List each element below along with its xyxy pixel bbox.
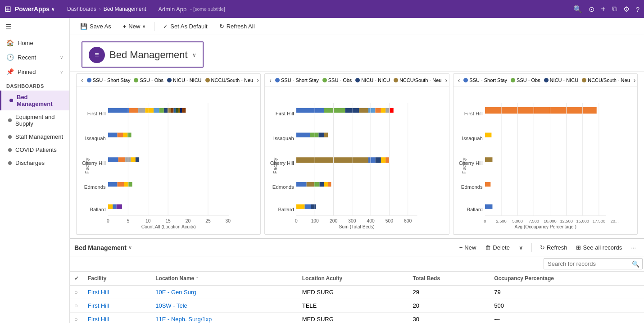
svg-rect-26 [136, 157, 139, 162]
search-icon[interactable]: 🔍 [573, 5, 582, 14]
svg-text:Edmonds: Edmonds [84, 184, 106, 190]
waffle-menu-icon[interactable]: ⊞ [5, 4, 11, 14]
col-location-name[interactable]: Location Name ↑ [151, 272, 298, 286]
table-delete-label: Delete [493, 244, 510, 251]
col-facility[interactable]: Facility [83, 272, 151, 286]
table-refresh-icon: ↻ [540, 244, 545, 251]
sidebar-item-covid-patients[interactable]: COVID Patients [0, 143, 69, 156]
activity-icon[interactable]: ⊙ [589, 5, 594, 14]
header-icon-symbol: ≡ [95, 51, 99, 59]
svg-text:500: 500 [385, 218, 393, 223]
chart-3-nav-right[interactable]: › [634, 77, 636, 84]
chart-2-nav-right[interactable]: › [445, 77, 447, 84]
chart-3-nav-left[interactable]: ‹ [458, 77, 460, 84]
filter-icon[interactable]: ⧉ [612, 5, 617, 13]
svg-rect-3 [129, 108, 138, 113]
row-3-facility[interactable]: First Hill [83, 313, 151, 323]
set-default-button[interactable]: ✓ Set As Default [158, 21, 212, 32]
svg-rect-52 [296, 108, 324, 113]
sidebar-item-discharges[interactable]: Discharges [0, 156, 69, 169]
svg-text:5,000: 5,000 [512, 219, 522, 223]
svg-rect-100 [485, 107, 597, 114]
legend-label-3-nicu: NICU - NICU [550, 77, 579, 83]
legend-dot-ssu-obs [134, 78, 138, 82]
row-2-check[interactable]: ○ [70, 299, 83, 313]
sidebar-item-pinned[interactable]: 📌 Pinned ∨ [0, 64, 69, 79]
recent-icon: 🕐 [6, 54, 14, 61]
sidebar-item-bed-management[interactable]: Bed Management [0, 91, 69, 110]
table-search-area: 🔍 [70, 256, 644, 272]
new-button[interactable]: + New ∨ [118, 21, 151, 32]
sidebar-collapse-button[interactable]: ☰ [0, 18, 69, 36]
svg-rect-55 [359, 108, 369, 113]
sidebar-item-bed-management-label: Bed Management [17, 94, 63, 107]
legend-item-nicu: NICU - NICU [167, 77, 202, 83]
svg-rect-106 [485, 182, 490, 187]
legend-dot-3-nccu [582, 78, 586, 82]
chart-3-body: Facility First Hill Issaquah Cherry Hill… [454, 87, 637, 234]
sidebar-item-equipment-supply[interactable]: Equipment and Supply [0, 110, 69, 130]
svg-text:Issaquah: Issaquah [273, 136, 294, 141]
records-table: ✓ Facility Location Name ↑ Location Acui… [70, 272, 644, 323]
table-more-button[interactable]: ··· [627, 242, 639, 253]
main-toolbar: 💾 Save As + New ∨ ✓ Set As Default ↻ Ref… [70, 18, 644, 35]
add-icon[interactable]: + [601, 5, 606, 14]
col-occupancy-pct[interactable]: Occupancy Percentage [490, 272, 644, 286]
legend-label-nicu: NICU - NICU [173, 77, 202, 83]
row-3-check[interactable]: ○ [70, 313, 83, 323]
sidebar-item-home[interactable]: 🏠 Home [0, 36, 69, 50]
table-refresh-button[interactable]: ↻ Refresh [536, 242, 571, 253]
row-1-location[interactable]: 10E - Gen Surg [151, 286, 298, 299]
svg-rect-70 [381, 157, 385, 163]
legend-dot-3-ssu-short [463, 78, 468, 82]
row-1-occupancy: 79 [490, 286, 644, 299]
legend-label-2-ssu-obs: SSU - Obs [328, 77, 352, 83]
table-chevron-button[interactable]: ∨ [515, 242, 527, 253]
svg-rect-67 [296, 157, 368, 163]
svg-text:15: 15 [165, 218, 171, 223]
charts-section: ‹ SSU - Short Stay SSU - Obs NICU - NICU [70, 72, 644, 238]
sidebar-item-staff-management[interactable]: Staff Management [0, 130, 69, 143]
powerapps-chevron-icon[interactable]: ∨ [51, 7, 54, 12]
row-1-check[interactable]: ○ [70, 286, 83, 299]
svg-rect-8 [164, 108, 168, 113]
chart-2-nav-left[interactable]: ‹ [269, 77, 272, 84]
save-as-button[interactable]: 💾 Save As [75, 21, 116, 32]
col-total-beds[interactable]: Total Beds [408, 272, 490, 286]
sidebar-item-covid-patients-label: COVID Patients [15, 146, 57, 153]
chart-panel-1: ‹ SSU - Short Stay SSU - Obs NICU - NICU [76, 73, 261, 235]
svg-rect-108 [485, 205, 493, 209]
svg-rect-78 [328, 182, 331, 187]
breadcrumb-dashboards[interactable]: Dashboards [67, 6, 96, 12]
table-title-chevron-icon[interactable]: ∨ [128, 245, 132, 250]
chart-1-svg: Facility First Hill [80, 90, 257, 232]
svg-rect-71 [386, 157, 390, 163]
row-1-facility[interactable]: First Hill [83, 286, 151, 299]
row-2-facility[interactable]: First Hill [83, 299, 151, 313]
table-delete-button[interactable]: 🗑 Delete [481, 242, 513, 253]
svg-text:10: 10 [145, 218, 151, 223]
chart-1-nav-right[interactable]: › [257, 77, 259, 84]
chart-1-nav-left[interactable]: ‹ [81, 77, 83, 84]
bed-management-dot [9, 99, 13, 102]
row-2-location[interactable]: 10SW - Tele [151, 299, 298, 313]
refresh-all-button[interactable]: ↻ Refresh All [214, 21, 260, 32]
help-icon[interactable]: ? [636, 5, 639, 13]
table-section-title: Bed Management [74, 244, 127, 251]
row-3-location[interactable]: 11E - Neph. Surg/1xp [151, 313, 298, 323]
sidebar-item-recent[interactable]: 🕐 Recent ∨ [0, 50, 69, 64]
table-search-icon[interactable]: 🔍 [632, 260, 639, 268]
table-search-input[interactable] [544, 258, 643, 269]
table-see-all-button[interactable]: ⊞ See all records [572, 242, 626, 253]
legend-item-2-nicu: NICU - NICU [355, 77, 390, 83]
svg-text:5: 5 [127, 218, 129, 223]
table-new-button[interactable]: + New [456, 242, 480, 253]
settings-icon[interactable]: ⚙ [623, 5, 630, 14]
col-location-acuity[interactable]: Location Acuity [298, 272, 408, 286]
table-refresh-label: Refresh [547, 244, 567, 251]
main-layout: ☰ 🏠 Home 🕐 Recent ∨ 📌 Pinned ∨ Dashboard… [0, 18, 644, 323]
svg-text:Edmonds: Edmonds [461, 184, 483, 190]
page-title-chevron-icon[interactable]: ∨ [192, 52, 196, 58]
svg-rect-74 [307, 182, 314, 187]
svg-rect-10 [171, 108, 173, 113]
